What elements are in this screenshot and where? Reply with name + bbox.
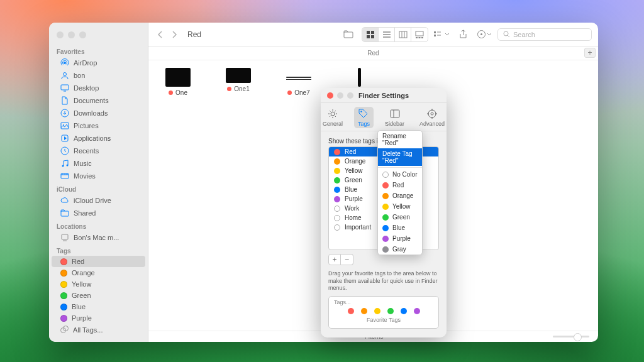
sidebar-item-label: Yellow (72, 280, 91, 288)
svg-point-1 (64, 73, 67, 76)
menu-color-blue[interactable]: Blue (378, 222, 422, 233)
settings-window-controls[interactable] (321, 92, 353, 99)
menu-item[interactable]: Delete Tag "Red" (378, 148, 422, 166)
sidebar-item-documents[interactable]: Documents (52, 94, 145, 107)
sidebar-item-yellow[interactable]: Yellow (52, 278, 145, 290)
svg-rect-11 (61, 211, 69, 216)
file-item[interactable]: One1 (220, 68, 257, 92)
svg-point-26 (480, 33, 482, 35)
favorite-tags-box[interactable]: Tags... Favorite Tags (328, 296, 439, 329)
svg-rect-16 (367, 35, 370, 38)
menu-color-orange[interactable]: Orange (378, 190, 422, 201)
svg-rect-12 (62, 234, 68, 239)
gallery-view-button[interactable] (411, 28, 428, 41)
sidebar-section-favorites: Favorites (49, 45, 148, 57)
tag-dot-icon (60, 270, 67, 277)
tag-color-dot (334, 149, 340, 155)
sidebar-item-label: Movies (74, 172, 96, 180)
favorites-hint: Drag your favorite tags to the area belo… (328, 270, 439, 292)
list-view-button[interactable] (379, 28, 395, 41)
favorite-tag-purple[interactable] (414, 308, 420, 314)
sidebar-item-red[interactable]: Red (52, 256, 145, 267)
add-remove-controls: + − (328, 254, 439, 265)
sidebar-section-tags: Tags (49, 244, 148, 256)
add-tag-button[interactable]: + (328, 254, 341, 265)
zoom-slider[interactable] (553, 336, 589, 337)
file-name: One1 (227, 85, 249, 92)
menu-color-purple[interactable]: Purple (378, 233, 422, 244)
sidebar-section-icloud: iCloud (49, 182, 148, 194)
remove-tag-button[interactable]: − (341, 254, 353, 265)
sidebar-item-label: Green (72, 292, 91, 299)
sidebar-item-bon[interactable]: bon (52, 69, 145, 82)
context-menu[interactable]: Rename "Red"Delete Tag "Red"No ColorRedO… (377, 130, 423, 255)
sidebar-item-blue[interactable]: Blue (52, 301, 145, 312)
menu-color-none[interactable]: No Color (378, 169, 422, 180)
tags-button[interactable] (476, 28, 492, 41)
finder-toolbar: Red Search (148, 23, 598, 47)
tab-sidebar[interactable]: Sidebar (381, 107, 408, 128)
color-dot (382, 193, 389, 199)
forward-button[interactable] (172, 31, 177, 38)
file-item[interactable]: One7 (280, 68, 317, 96)
menu-color-yellow[interactable]: Yellow (378, 201, 422, 212)
svg-point-32 (431, 112, 433, 115)
sidebar-item-shared[interactable]: Shared (52, 207, 145, 219)
menu-color-green[interactable]: Green (378, 212, 422, 222)
sidebar-item-label: Downloads (74, 109, 108, 117)
group-button[interactable] (433, 28, 450, 41)
tab-general[interactable]: General (321, 107, 347, 128)
file-name: One (169, 89, 187, 96)
share-button[interactable] (455, 28, 471, 41)
file-item[interactable]: One (160, 68, 196, 96)
add-path-button[interactable]: + (584, 48, 596, 58)
tag-color-dot (334, 177, 340, 184)
favorite-tag-green[interactable] (387, 308, 394, 314)
movies-icon (60, 172, 69, 180)
gear-icon (327, 108, 338, 119)
sidebar-item-bon-s-mac-m-[interactable]: Bon's Mac m... (52, 231, 145, 244)
favorite-tag-blue[interactable] (401, 308, 407, 314)
sidebar-item-pictures[interactable]: Pictures (52, 119, 145, 132)
sidebar-item-label: AirDrop (74, 59, 97, 67)
svg-rect-21 (419, 37, 421, 38)
favorite-tag-red[interactable] (348, 308, 354, 314)
column-view-button[interactable] (395, 28, 411, 41)
svg-rect-18 (399, 31, 407, 38)
sidebar-item-applications[interactable]: Applications (52, 132, 145, 145)
file-thumbnail (165, 68, 191, 87)
sidebar-item-music[interactable]: Music (52, 157, 145, 170)
menu-color-red[interactable]: Red (378, 180, 422, 190)
search-field[interactable]: Search (497, 28, 592, 41)
sidebar-item-all-tags-[interactable]: All Tags... (52, 324, 145, 336)
sidebar-item-desktop[interactable]: Desktop (52, 82, 145, 94)
sidebar-item-label: Music (74, 160, 92, 167)
menu-item[interactable]: Rename "Red" (378, 131, 422, 148)
favorite-tag-orange[interactable] (361, 308, 367, 314)
svg-point-8 (62, 165, 64, 167)
sidebar-item-purple[interactable]: Purple (52, 312, 145, 324)
menu-color-gray[interactable]: Gray (378, 244, 422, 255)
tag-color-dot (334, 158, 340, 165)
all-tags-icon (60, 326, 69, 334)
sidebar-item-icloud-drive[interactable]: iCloud Drive (52, 194, 145, 207)
favorite-tag-yellow[interactable] (374, 308, 380, 314)
tag-color-dot (334, 196, 340, 202)
back-button[interactable] (157, 31, 163, 38)
sidebar-item-recents[interactable]: Recents (52, 145, 145, 157)
sidebar-item-orange[interactable]: Orange (52, 267, 145, 278)
icon-view-button[interactable] (362, 28, 379, 41)
sidebar-icon (389, 108, 401, 119)
sidebar-item-airdrop[interactable]: AirDrop (52, 57, 145, 69)
sidebar-section-locations: Locations (49, 219, 148, 231)
search-icon (503, 31, 510, 38)
window-controls[interactable] (49, 28, 148, 45)
sidebar-item-green[interactable]: Green (52, 290, 145, 301)
new-folder-button[interactable] (340, 28, 357, 41)
doc-icon (60, 96, 69, 105)
svg-point-28 (331, 112, 335, 116)
sidebar-item-downloads[interactable]: Downloads (52, 107, 145, 119)
tab-advanced[interactable]: Advanced (416, 107, 447, 128)
tab-tags[interactable]: Tags (354, 107, 374, 128)
sidebar-item-movies[interactable]: Movies (52, 170, 145, 182)
